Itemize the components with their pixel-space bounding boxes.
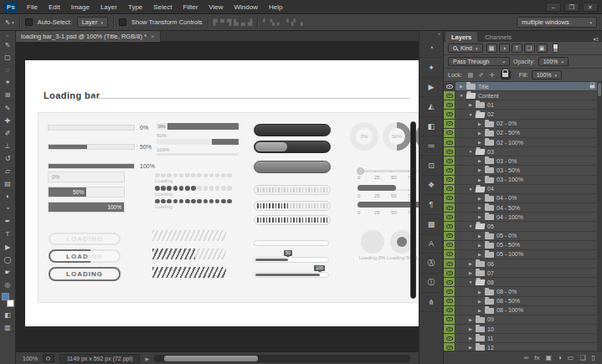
fill-field[interactable]: 100% ▾ bbox=[532, 70, 562, 79]
character-panel-icon[interactable]: A bbox=[419, 234, 444, 254]
layer-row-main[interactable]: ▶05 - 100% bbox=[455, 250, 602, 259]
layer-row-main[interactable]: ▶08 - 0% bbox=[455, 287, 602, 295]
layer-row-main[interactable]: ▼02 bbox=[455, 110, 602, 118]
paragraph-panel-icon[interactable]: ¶ bbox=[419, 195, 444, 214]
lock-transparent-pixels-icon[interactable]: ▨ bbox=[466, 70, 476, 79]
character-styles-panel-icon[interactable]: Ⓐ bbox=[419, 254, 444, 273]
move-tool[interactable]: ⇖ bbox=[2, 38, 14, 51]
layer-row-main[interactable]: ▶04 - 100% bbox=[455, 213, 602, 221]
close-button[interactable]: ✕ bbox=[583, 3, 598, 12]
expand-triangle-icon[interactable]: ▶ bbox=[477, 177, 482, 182]
layer-row-main[interactable]: ▶10 bbox=[455, 325, 602, 333]
layer-row[interactable]: ▶05 - 100% bbox=[444, 250, 602, 259]
layer-row-main[interactable]: ▶05 - 0% bbox=[455, 232, 602, 240]
layer-row-main[interactable]: ▶03 - 0% bbox=[455, 156, 602, 165]
layer-row-main[interactable]: ▶02 - 0% bbox=[455, 120, 602, 128]
layer-row-main[interactable]: ▼04 bbox=[455, 185, 602, 193]
history-panel-icon[interactable]: ◔ bbox=[419, 38, 444, 58]
expand-triangle-icon[interactable]: ▶ bbox=[477, 308, 482, 313]
info-panel-icon[interactable]: ⓘ bbox=[419, 274, 444, 293]
brush-presets-panel-icon[interactable]: ✦ bbox=[419, 58, 444, 77]
layer-row-main[interactable]: ▼05 bbox=[455, 222, 602, 230]
expand-triangle-icon[interactable]: ▶ bbox=[459, 84, 464, 89]
visibility-cell[interactable] bbox=[444, 129, 455, 137]
layer-row[interactable]: ▼08 bbox=[444, 278, 602, 287]
adjustments-panel-icon[interactable]: ◭ bbox=[419, 97, 444, 116]
visibility-cell[interactable] bbox=[444, 91, 455, 100]
expand-triangle-icon[interactable]: ▶ bbox=[477, 140, 482, 145]
blur-tool[interactable]: ◖ bbox=[2, 190, 14, 203]
layer-row-main[interactable]: ▼08 bbox=[455, 278, 602, 286]
visibility-cell[interactable] bbox=[444, 241, 455, 249]
layer-row[interactable]: ▶03 - 0% bbox=[444, 156, 602, 166]
status-menu-arrow[interactable]: ▶ bbox=[145, 356, 149, 361]
menu-layer[interactable]: Layer bbox=[100, 3, 117, 11]
layer-row-main[interactable]: ▶04 - 50% bbox=[455, 203, 602, 212]
filtering-toggle[interactable] bbox=[553, 44, 558, 53]
zoom-tool[interactable]: ◎ bbox=[2, 279, 14, 291]
collapse-triangle-icon[interactable]: ▼ bbox=[468, 187, 473, 192]
visibility-cell[interactable] bbox=[444, 269, 455, 277]
filter-kind-dropdown[interactable]: Kind ▾ bbox=[448, 44, 483, 53]
collapse-triangle-icon[interactable]: ▼ bbox=[468, 223, 473, 228]
expand-triangle-icon[interactable]: ▶ bbox=[477, 299, 482, 304]
eyedropper-tool[interactable]: ✎ bbox=[2, 101, 14, 114]
layer-row-main[interactable]: ▶02 - 50% bbox=[455, 129, 602, 137]
layer-row[interactable]: ▶04 - 100% bbox=[444, 213, 602, 222]
show-transform-checkbox[interactable] bbox=[119, 18, 126, 26]
visibility-cell[interactable] bbox=[444, 325, 455, 333]
actions-panel-icon[interactable]: ▶ bbox=[419, 78, 444, 97]
layer-row-main[interactable]: ▶04 - 0% bbox=[455, 194, 602, 203]
expand-triangle-icon[interactable]: ▶ bbox=[477, 167, 482, 172]
expand-triangle-icon[interactable]: ▶ bbox=[477, 290, 482, 295]
layer-row-main[interactable]: ▶Title bbox=[455, 82, 602, 90]
layer-row[interactable]: ▼05 bbox=[444, 222, 602, 231]
expand-triangle-icon[interactable]: ▶ bbox=[468, 317, 473, 322]
layer-row[interactable]: ▶02 - 100% bbox=[444, 138, 602, 147]
layer-row[interactable]: ▼04 bbox=[444, 185, 602, 194]
current-tool-button[interactable]: ⇖ ▾ bbox=[5, 18, 14, 26]
visibility-cell[interactable] bbox=[444, 213, 455, 221]
expand-triangle-icon[interactable]: ▶ bbox=[468, 336, 473, 341]
filter-shape-layers-icon[interactable]: ❏ bbox=[524, 44, 535, 53]
color-swatches[interactable] bbox=[2, 293, 14, 307]
document-tab[interactable]: loading bar_3-1.psd @ 100% (Title, RGB/8… bbox=[16, 31, 161, 42]
layer-row[interactable]: ▶12 bbox=[444, 343, 602, 351]
visibility-cell[interactable] bbox=[444, 278, 455, 286]
menu-window[interactable]: Window bbox=[234, 3, 258, 11]
styles-panel-icon[interactable]: ❖ bbox=[419, 176, 444, 195]
layer-row[interactable]: ▶03 - 100% bbox=[444, 176, 602, 185]
layer-row[interactable]: ▶Title bbox=[444, 82, 602, 91]
layers-scrollbar-thumb[interactable] bbox=[598, 83, 601, 96]
visibility-cell[interactable] bbox=[444, 315, 455, 324]
pen-tool[interactable]: ✒ bbox=[2, 215, 14, 228]
background-swatch[interactable] bbox=[7, 300, 14, 307]
visibility-cell[interactable] bbox=[444, 232, 455, 240]
visibility-cell[interactable] bbox=[444, 138, 455, 146]
lock-position-icon[interactable]: ✛ bbox=[487, 70, 497, 79]
layer-row[interactable]: ▶08 - 50% bbox=[444, 297, 602, 306]
spot-healing-brush-tool[interactable]: ✚ bbox=[2, 115, 14, 127]
new-adjustment-layer-icon[interactable]: ◑ bbox=[558, 354, 562, 361]
crop-tool[interactable]: ⊞ bbox=[2, 89, 14, 101]
visibility-cell[interactable] bbox=[444, 259, 455, 268]
visibility-cell[interactable] bbox=[444, 147, 455, 156]
layer-row[interactable]: ▶08 - 100% bbox=[444, 306, 602, 315]
menu-type[interactable]: Type bbox=[128, 3, 142, 11]
visibility-cell[interactable] bbox=[444, 297, 455, 305]
layer-row[interactable]: ▶10 bbox=[444, 325, 602, 334]
ellipse-tool[interactable]: ◯ bbox=[2, 254, 14, 266]
layer-row[interactable]: ▶02 - 0% bbox=[444, 120, 602, 129]
menu-file[interactable]: File bbox=[27, 3, 38, 11]
expand-triangle-icon[interactable]: ▶ bbox=[468, 102, 473, 107]
rectangular-marquee-tool[interactable]: ▢ bbox=[2, 51, 14, 64]
layer-row-main[interactable]: ▶03 - 100% bbox=[455, 176, 602, 184]
expand-dock-icon[interactable]: « bbox=[438, 31, 443, 38]
new-layer-icon[interactable]: ❏ bbox=[579, 354, 585, 361]
layer-row[interactable]: ▶08 - 0% bbox=[444, 287, 602, 296]
properties-panel-icon[interactable]: ≔ bbox=[419, 136, 444, 156]
layers-scrollbar[interactable] bbox=[597, 82, 602, 351]
menu-help[interactable]: Help bbox=[269, 3, 282, 11]
layer-row-main[interactable]: ▶02 - 100% bbox=[455, 138, 602, 146]
visibility-cell[interactable] bbox=[444, 82, 455, 90]
